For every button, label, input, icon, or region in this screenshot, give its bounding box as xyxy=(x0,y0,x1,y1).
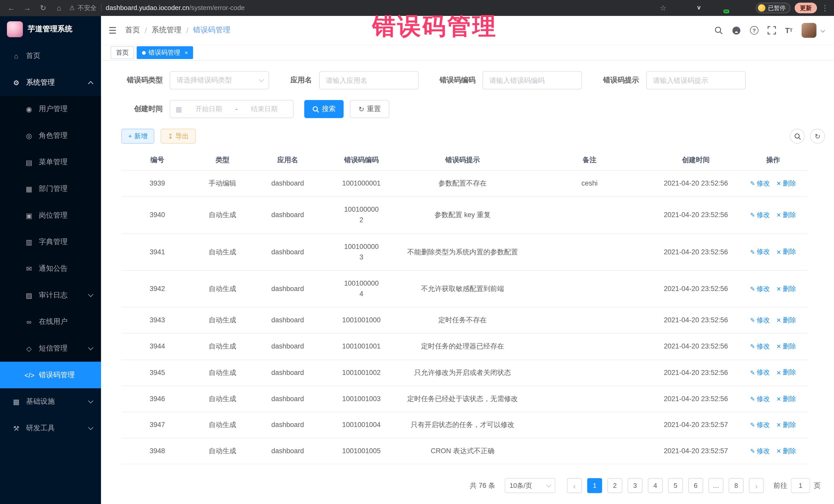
edit-link[interactable]: ✎修改 xyxy=(750,368,770,378)
breadcrumb-home[interactable]: 首页 xyxy=(125,25,140,35)
grid-extension-icon[interactable] xyxy=(707,4,715,12)
delete-link[interactable]: ✕删除 xyxy=(776,315,796,326)
colorful-extension-icon[interactable] xyxy=(732,4,739,12)
pager-page-8[interactable]: 8 xyxy=(729,478,744,493)
delete-link[interactable]: ✕删除 xyxy=(776,210,796,220)
edit-link[interactable]: ✎修改 xyxy=(750,446,770,457)
sidebar-item-system[interactable]: ⚙系统管理 xyxy=(0,69,101,96)
delete-link[interactable]: ✕删除 xyxy=(776,247,796,257)
goto-page-input[interactable] xyxy=(791,478,810,493)
edit-link[interactable]: ✎修改 xyxy=(750,284,770,294)
refresh-table-button[interactable]: ↻ xyxy=(810,129,825,144)
close-icon[interactable]: × xyxy=(184,49,188,56)
forward-icon[interactable]: → xyxy=(21,2,33,14)
pager-more[interactable]: … xyxy=(708,478,723,493)
cell-time: 2021-04-20 23:52:57 xyxy=(653,412,739,438)
edit-link[interactable]: ✎修改 xyxy=(750,315,770,326)
goto-page: 前往 页 xyxy=(773,478,821,493)
app-name-input[interactable] xyxy=(319,71,419,89)
export-button-label: 导出 xyxy=(176,132,189,140)
sidebar-item-home[interactable]: ⌂首页 xyxy=(0,43,101,69)
cell-code: 100100000 4 xyxy=(324,270,399,307)
green-v-extension-icon[interactable]: V xyxy=(695,4,703,12)
sidebar-item-menus[interactable]: ▤菜单管理 xyxy=(0,149,101,176)
edit-link[interactable]: ✎修改 xyxy=(750,179,770,189)
delete-link-label: 删除 xyxy=(783,210,796,220)
search-button[interactable]: 搜索 xyxy=(304,100,344,118)
delete-link[interactable]: ✕删除 xyxy=(776,368,796,378)
table-row: 3948自动生成dashboard1001001005CRON 表达式不正确20… xyxy=(122,438,808,464)
sidebar-item-devtools[interactable]: ⚒研发工具 xyxy=(0,415,101,442)
add-button[interactable]: + 新增 xyxy=(122,129,154,144)
delete-link[interactable]: ✕删除 xyxy=(776,420,796,430)
reset-button-label: 重置 xyxy=(367,104,381,114)
pager-page-3[interactable]: 3 xyxy=(628,478,642,493)
browser-menu-icon[interactable]: ⋮ xyxy=(821,4,829,12)
reload-icon[interactable]: ↻ xyxy=(37,2,49,14)
pager-prev[interactable]: ‹ xyxy=(567,478,582,493)
search-icon[interactable] xyxy=(715,26,723,35)
puzzle-extension-icon[interactable] xyxy=(744,4,752,12)
sidebar-item-infrastructure[interactable]: ▩基础设施 xyxy=(0,388,101,415)
delete-link-label: 删除 xyxy=(783,247,796,257)
sidebar-item-error-codes[interactable]: </>错误码管理 xyxy=(0,361,101,388)
fullscreen-icon[interactable] xyxy=(768,26,776,35)
sidebar-item-notices[interactable]: ✉通知公告 xyxy=(0,255,101,282)
github-icon[interactable] xyxy=(732,26,741,35)
edit-link[interactable]: ✎修改 xyxy=(750,394,770,404)
edit-link[interactable]: ✎修改 xyxy=(750,210,770,220)
pager-page-1[interactable]: 1 xyxy=(587,478,602,493)
export-button[interactable]: ↧ 导出 xyxy=(161,129,196,144)
cell-code: 1001001001 xyxy=(324,333,399,359)
sidebar-item-audit-logs[interactable]: ▨审计日志 xyxy=(0,282,101,309)
cell-type: 手动编辑 xyxy=(193,170,251,197)
chevron-down-icon[interactable] xyxy=(821,28,825,32)
reset-button[interactable]: ↻ 重置 xyxy=(350,100,389,118)
edit-link[interactable]: ✎修改 xyxy=(750,342,770,352)
delete-link[interactable]: ✕删除 xyxy=(776,394,796,404)
font-size-icon[interactable]: TT xyxy=(785,26,792,35)
user-avatar[interactable] xyxy=(802,23,816,38)
pager-next[interactable]: › xyxy=(749,478,764,493)
sidebar-item-online-users[interactable]: ∞在线用户 xyxy=(0,308,101,335)
edit-link[interactable]: ✎修改 xyxy=(750,420,770,430)
dark-on-extension-icon[interactable]: on xyxy=(720,4,727,12)
pager-page-6[interactable]: 6 xyxy=(688,478,703,493)
pager-page-4[interactable]: 4 xyxy=(648,478,663,493)
sidebar-item-sms[interactable]: ◇短信管理 xyxy=(0,335,101,362)
profile-paused-chip[interactable]: 已暂停 xyxy=(756,3,790,13)
browser-home-icon[interactable]: ⌂ xyxy=(53,2,65,14)
date-range-picker[interactable]: ▦ 开始日期 - 结束日期 xyxy=(170,100,293,118)
sidebar-item-departments[interactable]: ▦部门管理 xyxy=(0,176,101,202)
logo-row[interactable]: 芋道管理系统 xyxy=(0,16,101,43)
sidebar-item-roles[interactable]: ◎角色管理 xyxy=(0,123,101,149)
page-size-select[interactable]: 10条/页 xyxy=(505,478,555,493)
back-icon[interactable]: ← xyxy=(5,2,17,14)
blue-extension-icon[interactable] xyxy=(683,4,690,12)
help-icon[interactable]: ? xyxy=(750,26,758,35)
pager-page-5[interactable]: 5 xyxy=(668,478,683,493)
sidebar-item-users[interactable]: ◉用户管理 xyxy=(0,96,101,123)
sidebar-item-posts[interactable]: ▣岗位管理 xyxy=(0,202,101,229)
breadcrumb-system[interactable]: 系统管理 xyxy=(152,25,181,35)
collapse-sidebar-icon[interactable]: ☰ xyxy=(109,25,117,36)
delete-link[interactable]: ✕删除 xyxy=(776,284,796,294)
pager-page-2[interactable]: 2 xyxy=(608,478,622,493)
edit-link[interactable]: ✎修改 xyxy=(750,247,770,257)
tab-home[interactable]: 首页 xyxy=(111,46,134,59)
delete-link[interactable]: ✕删除 xyxy=(776,446,796,457)
toggle-search-button[interactable] xyxy=(790,129,805,144)
delete-link[interactable]: ✕删除 xyxy=(776,179,796,189)
update-button[interactable]: 更新 xyxy=(795,3,817,13)
delete-link[interactable]: ✕删除 xyxy=(776,342,796,352)
error-code-input[interactable] xyxy=(482,71,582,89)
cell-hint: 参数配置不存在 xyxy=(399,170,526,197)
cell-actions: ✎修改✕删除 xyxy=(739,234,808,270)
sidebar-item-dictionaries[interactable]: ▥字典管理 xyxy=(0,229,101,255)
error-type-select[interactable]: 请选择错误码类型 xyxy=(170,71,269,89)
red-extension-icon[interactable] xyxy=(671,4,678,12)
security-indicator[interactable]: ⚠ 不安全 xyxy=(69,3,96,12)
tab-error-code[interactable]: 错误码管理 × xyxy=(137,46,194,59)
bookmark-star-icon[interactable]: ☆ xyxy=(660,4,666,12)
error-hint-input[interactable] xyxy=(646,71,745,89)
